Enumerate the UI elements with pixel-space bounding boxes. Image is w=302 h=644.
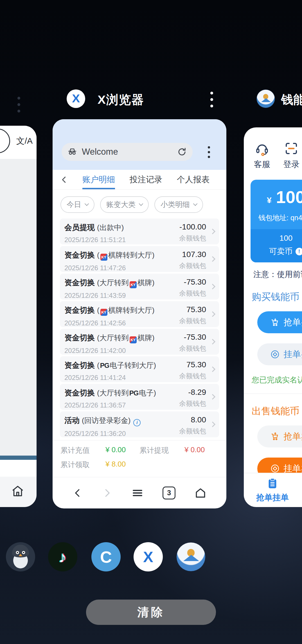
filter-chip-今日[interactable]: 今日: [60, 196, 94, 213]
headset-icon: [254, 141, 270, 156]
nav-back-icon[interactable]: [72, 488, 83, 498]
summary-label: 累计提现: [139, 445, 184, 455]
chevron-right-icon: [210, 422, 215, 427]
url-text: Welcome: [82, 147, 118, 157]
tab-账户明细[interactable]: 账户明细: [82, 170, 115, 189]
filters-row: 今日账变大类小类明细: [53, 190, 226, 217]
cart-icon: [270, 432, 280, 441]
incognito-icon: [67, 147, 77, 157]
ky-logo-icon: KY: [130, 336, 137, 343]
left-card-body: [0, 159, 37, 456]
grab-buy-button[interactable]: 抢单买: [257, 311, 302, 333]
pg-logo-icon: PG: [100, 362, 109, 369]
currency-symbol: ¥: [267, 195, 272, 205]
transaction-title: 资金切换(大厅转到KY棋牌): [64, 278, 179, 288]
cart-icon: [270, 318, 280, 327]
transaction-row[interactable]: 资金切换(大厅转到KY棋牌) 2025/12/26 11:42:00 -75.3…: [60, 329, 219, 355]
tab-个人报表[interactable]: 个人报表: [177, 170, 209, 189]
diamond-icon: [270, 464, 280, 473]
dock-icon-douyin[interactable]: ♪: [48, 542, 77, 571]
wallet-address: 钱包地址: qn46cb: [251, 213, 302, 222]
browser-task-card[interactable]: Welcome 账户明细投注记录个人报表 今日账变大类小类明细 会员提现(出款中…: [53, 119, 226, 508]
wallet-type: 余额钱包: [179, 234, 206, 243]
transaction-amount: -8.29: [179, 388, 206, 397]
transaction-row[interactable]: 资金切换(大厅转到KY棋牌) 2025/12/26 11:43:59 -75.3…: [60, 274, 219, 300]
translate-icon[interactable]: 文/A: [16, 135, 33, 147]
transaction-title: 资金切换(PG电子转到大厅): [64, 360, 179, 370]
x-browser-app-icon[interactable]: X: [67, 89, 85, 108]
avatar-circle: [0, 129, 10, 153]
post-buy-button[interactable]: 挂单买: [257, 343, 302, 365]
summary-item: 累计提现 ¥ 0.00: [139, 445, 218, 455]
buy-section-title: 购买钱能币: [252, 291, 302, 303]
diamond-icon: [270, 350, 280, 359]
wallet-type: 余额钱包: [179, 427, 206, 436]
transaction-time: 2025/12/26 11:41:24: [64, 374, 179, 382]
orders-nav-item[interactable]: 抢单挂单: [256, 477, 289, 503]
divider: [244, 393, 302, 394]
quick-action-客服[interactable]: 客服: [254, 141, 270, 170]
summary-value: ¥ 0.00: [105, 445, 126, 455]
transaction-title: 资金切换(大厅转到PG电子): [64, 388, 179, 398]
transaction-row[interactable]: 会员提现(出款中) 2025/12/26 11:51:21 -100.00 余额…: [60, 219, 219, 244]
wallet-type: 余额钱包: [179, 344, 206, 353]
browser-card-menu-icon[interactable]: [210, 92, 213, 107]
quick-action-登录[interactable]: 登录: [283, 141, 299, 170]
dock-icon-x-browser[interactable]: X: [134, 542, 163, 571]
summary-item: 累计领取 ¥ 8.00: [60, 460, 139, 470]
browser-toolbar: 3: [53, 477, 226, 508]
transaction-row[interactable]: 资金切换(大厅转到PG电子) 2025/12/26 11:36:57 -8.29…: [60, 384, 219, 410]
transaction-time: 2025/12/26 11:36:57: [64, 401, 179, 409]
chevron-right-icon: [210, 394, 215, 400]
wallet-task-card[interactable]: 客服 登录 ¥ 100 钱包地址: qn46cb 100 可卖币 ! 注意：使用…: [244, 127, 302, 507]
back-icon[interactable]: [60, 175, 68, 184]
wallet-type: 余额钱包: [179, 316, 206, 325]
grab-sell-button[interactable]: 抢单卖: [257, 425, 302, 447]
transaction-time: 2025/12/26 11:47:26: [64, 264, 179, 272]
left-card-menu-icon[interactable]: [17, 97, 20, 112]
dock-row: ♪CX: [0, 0, 302, 29]
refresh-icon[interactable]: [177, 147, 187, 157]
chevron-right-icon: [210, 284, 215, 289]
dock-icon-game-penguin[interactable]: [6, 542, 35, 571]
url-bar[interactable]: Welcome: [62, 143, 193, 161]
clipboard-icon: [266, 477, 279, 490]
tab-投注记录[interactable]: 投注记录: [130, 170, 162, 189]
summary-label: 累计充值: [60, 445, 105, 455]
transaction-row[interactable]: 活动(回访登录彩金)i 2025/12/26 11:36:20 8.00 余额钱…: [60, 411, 219, 437]
browser-page-menu-icon[interactable]: [208, 146, 210, 158]
sellable-panel: 100 可卖币 !: [251, 229, 302, 262]
summary-label: 累计领取: [60, 460, 105, 470]
transaction-time: 2025/12/26 11:51:21: [64, 236, 179, 244]
wallet-type: 余额钱包: [179, 261, 206, 270]
task-titles-row: X X浏览器 钱能: [0, 89, 302, 109]
tab-count-button[interactable]: 3: [163, 487, 175, 499]
transaction-row[interactable]: 资金切换(KY棋牌转到大厅) 2025/12/26 11:42:56 75.30…: [60, 301, 219, 327]
info-icon[interactable]: i: [133, 419, 141, 426]
transaction-row[interactable]: 资金切换(KY棋牌转到大厅) 2025/12/26 11:47:26 107.3…: [60, 246, 219, 272]
menu-icon[interactable]: [131, 487, 144, 499]
nav-home-icon[interactable]: [194, 487, 207, 499]
transaction-row[interactable]: 资金切换(PG电子转到大厅) 2025/12/26 11:41:24 75.30…: [60, 356, 219, 382]
filter-chip-小类明细[interactable]: 小类明细: [154, 196, 203, 213]
notice-row: 注意：使用前请仔: [251, 269, 302, 280]
filter-chip-账变大类[interactable]: 账变大类: [100, 196, 149, 213]
recent-apps-screen: X X浏览器 钱能 文/A Welcome 账户明细投注记录个: [0, 0, 302, 644]
wallet-app-icon[interactable]: [256, 89, 275, 108]
home-icon[interactable]: [11, 484, 25, 498]
verified-note: 您已完成实名认证: [252, 375, 302, 385]
left-task-card[interactable]: 文/A: [0, 126, 37, 507]
transaction-amount: 75.30: [179, 305, 206, 314]
dock-icon-qianneng-wallet[interactable]: [176, 542, 206, 571]
dock-icon-c-browser[interactable]: C: [91, 542, 121, 571]
browser-app-title: X浏览器: [98, 92, 144, 108]
sellable-label: 可卖币: [269, 246, 293, 257]
clear-all-button[interactable]: 清除: [86, 600, 216, 625]
nav-forward-icon[interactable]: [102, 488, 112, 498]
left-card-blue-bar: [0, 456, 37, 460]
summary-value: ¥ 0.00: [184, 445, 205, 455]
transaction-title: 资金切换(KY棋牌转到大厅): [64, 250, 179, 261]
wallet-bottom-nav: 抢单挂单: [244, 473, 302, 507]
exclamation-icon[interactable]: !: [296, 248, 302, 255]
transaction-amount: 107.30: [179, 250, 206, 259]
